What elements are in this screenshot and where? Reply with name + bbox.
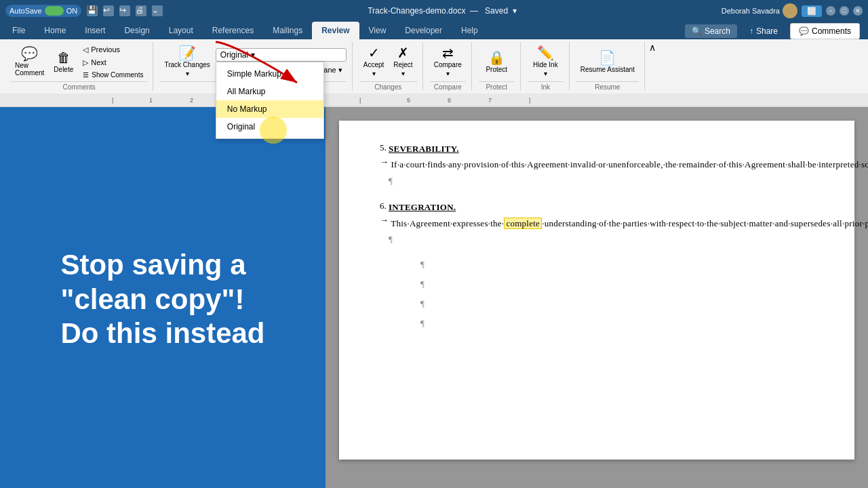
markup-option-simple[interactable]: Simple Markup: [216, 65, 323, 83]
markup-option-no[interactable]: No Markup: [216, 100, 323, 118]
redo-icon[interactable]: ↪: [119, 5, 130, 16]
reject-label: Reject: [393, 61, 412, 68]
resume-btn[interactable]: 📄 Resume Assistant: [576, 48, 639, 76]
tab-home[interactable]: Home: [35, 22, 75, 39]
user-info: Deborah Savadra: [722, 3, 797, 18]
titlebar-right: Deborah Savadra ⬜ − □ ✕: [722, 3, 863, 18]
maximize-button[interactable]: □: [840, 6, 849, 16]
previous-label: Previous: [91, 45, 120, 54]
track-changes-btn[interactable]: 📝 Track Changes ▾: [160, 43, 214, 80]
item-5-number: 5. →: [380, 141, 389, 188]
tab-design[interactable]: Design: [115, 22, 159, 39]
tab-layout[interactable]: Layout: [159, 22, 203, 39]
hide-ink-icon: ✏️: [537, 46, 554, 60]
saved-status: Saved: [485, 6, 508, 16]
user-name: Deborah Savadra: [722, 7, 780, 15]
ribbon-group-changes: ✓ Accept ▾ ✗ Reject ▾ Changes: [354, 42, 423, 91]
para-mark-1: ¶: [420, 258, 814, 272]
tab-review[interactable]: Review: [312, 22, 359, 39]
minimize-button[interactable]: −: [826, 6, 835, 16]
user-avatar: [783, 3, 797, 18]
protect-label: Protect: [486, 66, 507, 73]
compare-group-label: Compare: [430, 81, 466, 91]
simple-markup-label: Simple Markup: [227, 69, 281, 79]
item-6-title: INTEGRATION.: [389, 202, 456, 212]
markup-select[interactable]: Original ▾: [216, 48, 347, 62]
close-button[interactable]: ✕: [853, 6, 863, 16]
show-comments-btn[interactable]: ☰ Show Comments: [79, 70, 147, 80]
accept-arrow: ▾: [372, 70, 376, 77]
tab-mailings[interactable]: Mailings: [263, 22, 312, 39]
hide-ink-label: Hide Ink: [533, 61, 558, 68]
save-icon[interactable]: 💾: [87, 5, 98, 16]
delete-btn[interactable]: 🗑 Delete: [50, 48, 77, 76]
markup-option-all[interactable]: All Markup: [216, 83, 323, 100]
autosave-toggle[interactable]: AutoSave ON: [5, 5, 81, 17]
new-comment-btn[interactable]: 💬 NewComment: [11, 44, 48, 79]
ribbon-content: 💬 NewComment 🗑 Delete ◁ Previous ▷ Next …: [0, 39, 868, 94]
ruler-mark-7: 6: [448, 97, 451, 104]
autosave-state: ON: [66, 7, 78, 15]
tab-view[interactable]: View: [359, 22, 396, 39]
para-mark-4: ¶: [420, 317, 814, 331]
next-btn[interactable]: ▷ Next: [79, 57, 147, 68]
ruler-mark-9: |: [529, 97, 530, 104]
markup-dropdown-menu: Simple Markup All Markup No Markup Origi…: [216, 62, 324, 139]
previous-icon: ◁: [83, 45, 88, 54]
tab-file[interactable]: File: [3, 22, 35, 39]
ribbon-display-btn[interactable]: ⬜: [802, 5, 822, 17]
protect-buttons: 🔒 Protect: [479, 42, 515, 81]
tab-help[interactable]: Help: [452, 22, 488, 39]
more-icon[interactable]: ⌄: [152, 5, 163, 16]
highlighted-word: complete: [504, 218, 542, 229]
ink-arrow: ▾: [544, 70, 547, 77]
ruler-mark-1: 1: [149, 97, 153, 104]
hide-ink-btn[interactable]: ✏️ Hide Ink ▾: [529, 43, 562, 80]
document-title: Track-Changes-demo.docx: [368, 6, 465, 16]
tab-references[interactable]: References: [203, 22, 263, 39]
overlay-panel: Stop saving a "clean copy"! Do this inst…: [0, 107, 326, 488]
delete-icon: 🗑: [57, 51, 71, 64]
ruler: | 1 2 3 4 | 5 6 7 |: [0, 94, 868, 107]
search-box[interactable]: 🔍 Search: [685, 24, 737, 38]
new-comment-icon: 💬: [21, 47, 38, 60]
markup-value: Original: [220, 50, 248, 60]
overlay-line1: Stop saving a: [60, 248, 264, 282]
comments-label: Comments: [812, 26, 851, 36]
track-changes-icon: 📝: [179, 46, 196, 60]
para-mark-2: ¶: [420, 277, 814, 291]
ribbon-collapse-btn[interactable]: ∧: [649, 42, 656, 91]
doc-item-6: 6. → INTEGRATION. This·Agreement·express…: [380, 199, 814, 247]
accept-label: Accept: [363, 61, 384, 68]
autosave-toggle-switch[interactable]: [45, 6, 64, 16]
tab-insert[interactable]: Insert: [75, 22, 115, 39]
print-icon[interactable]: 🖨: [136, 5, 146, 16]
markup-controls: Original ▾ Simple Markup All Markup No M…: [216, 48, 347, 76]
compare-btn[interactable]: ⇄ Compare ▾: [430, 43, 466, 80]
no-markup-label: No Markup: [227, 104, 267, 114]
protect-btn[interactable]: 🔒 Protect: [481, 48, 511, 76]
search-label: Search: [705, 26, 730, 36]
undo-icon[interactable]: ↩: [103, 5, 114, 16]
ruler-mark-6: 5: [407, 97, 410, 104]
ribbon-group-compare: ⇄ Compare ▾ Compare: [425, 42, 472, 91]
document-area[interactable]: 5. → SEVERABILITY. If·a·court·finds·any·…: [326, 107, 868, 488]
share-button[interactable]: ↑ Share: [741, 24, 786, 39]
document-page: 5. → SEVERABILITY. If·a·court·finds·any·…: [339, 121, 854, 460]
resume-group-label: Resume: [576, 81, 639, 91]
reject-btn[interactable]: ✗ Reject ▾: [389, 43, 416, 80]
comments-button[interactable]: 💬 Comments: [790, 23, 860, 39]
tab-developer[interactable]: Developer: [395, 22, 452, 39]
accept-icon: ✓: [368, 46, 380, 60]
next-label: Next: [91, 58, 106, 66]
ruler-mark-5: |: [359, 97, 361, 104]
ribbon-group-resume: 📄 Resume Assistant Resume: [571, 42, 645, 91]
markup-option-original[interactable]: Original: [216, 118, 323, 136]
main-area: Stop saving a "clean copy"! Do this inst…: [0, 107, 868, 488]
track-changes-arrow: ▾: [186, 70, 189, 77]
overlay-text: Stop saving a "clean copy"! Do this inst…: [60, 248, 264, 350]
comment-icon: 💬: [799, 26, 809, 36]
previous-btn[interactable]: ◁ Previous: [79, 44, 147, 56]
titlebar-left: AutoSave ON 💾 ↩ ↪ 🖨 ⌄: [5, 5, 163, 17]
accept-btn[interactable]: ✓ Accept ▾: [359, 43, 389, 80]
